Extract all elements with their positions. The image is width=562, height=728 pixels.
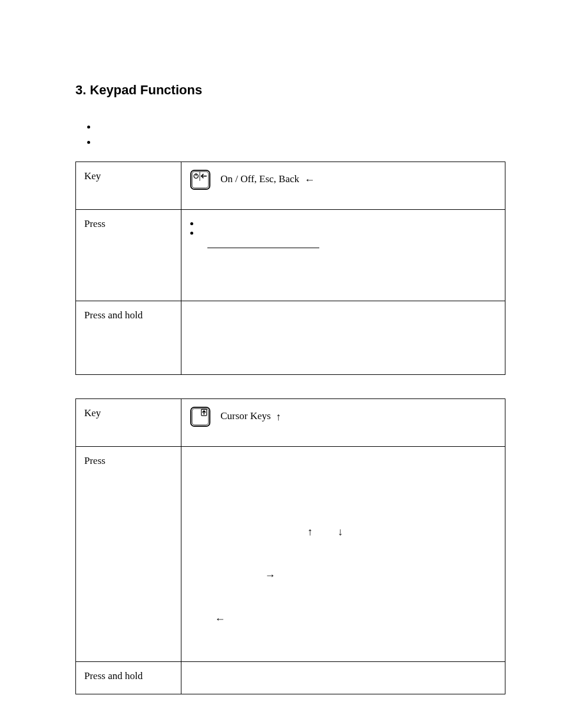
t2-key-label: Key	[76, 399, 181, 447]
t2-hold-label: Press and hold	[76, 662, 181, 694]
up-arrow-icon-2: ↑	[308, 526, 313, 537]
down-arrow-icon: ↓	[338, 526, 343, 537]
t2-press-cell: ↑ ↓ → ←	[181, 447, 505, 662]
intro-bullet-list	[97, 121, 509, 144]
t1-key-text: On / Off, Esc, Back ←	[220, 173, 315, 185]
left-arrow-icon-2: ←	[215, 614, 226, 624]
t2-press-line2: →	[190, 567, 497, 582]
key-table-1: Key	[75, 162, 505, 375]
t2-hold-cell	[181, 662, 505, 694]
section-heading: 3. Keypad Functions	[75, 83, 509, 98]
t1-press-rest	[190, 253, 497, 288]
t1-key-label: Key	[76, 162, 181, 210]
t1-key-cell: On / Off, Esc, Back ←	[181, 162, 505, 210]
power-back-key-icon	[190, 169, 211, 190]
left-arrow-icon: ←	[305, 174, 315, 185]
t2-press-line3: ←	[190, 611, 497, 625]
t2-key-cell: Cursor Keys ↑	[181, 399, 505, 447]
t2-key-text: Cursor Keys ↑	[220, 410, 281, 421]
t2-press-line1: ↑ ↓	[190, 524, 497, 539]
svg-rect-0	[191, 170, 210, 189]
intro-bullet-2	[97, 137, 509, 144]
key-table-2: Key Cursor Keys ↑ Press	[75, 398, 505, 694]
t1-press-cell	[181, 210, 505, 301]
cursor-key-icon	[190, 406, 211, 427]
t1-press-bullet-2	[200, 226, 497, 235]
intro-bullet-1	[97, 121, 509, 129]
t1-hold-cell	[181, 301, 505, 375]
up-arrow-icon: ↑	[276, 411, 281, 422]
t1-hold-label: Press and hold	[76, 301, 181, 375]
t2-press-label: Press	[76, 447, 181, 662]
t1-press-bullet-1	[200, 217, 497, 225]
right-arrow-icon: →	[265, 570, 276, 581]
t1-press-bullets	[200, 217, 497, 235]
svg-rect-1	[192, 172, 209, 188]
svg-rect-7	[192, 409, 209, 425]
t1-underline	[207, 239, 319, 248]
t1-press-label: Press	[76, 210, 181, 301]
